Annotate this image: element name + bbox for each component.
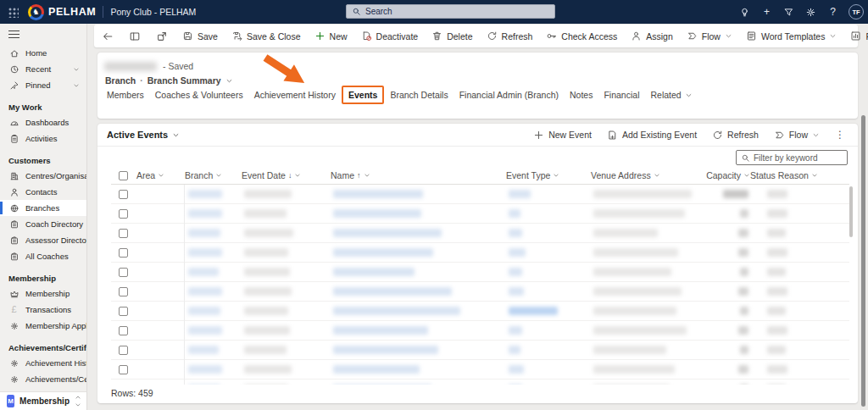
command-save[interactable]: Save xyxy=(175,25,225,47)
settings-icon[interactable] xyxy=(804,7,817,18)
table-row[interactable] xyxy=(111,341,849,360)
tab-financial-admin-branch[interactable]: Financial Admin (Branch) xyxy=(459,90,559,100)
table-row[interactable] xyxy=(111,321,849,341)
grid-scrollbar-thumb[interactable] xyxy=(849,186,853,237)
help-icon[interactable]: ? xyxy=(826,7,839,17)
open-in-new-window-button[interactable] xyxy=(148,25,175,47)
column-header-venue-address[interactable]: Venue Address xyxy=(591,170,709,180)
table-row[interactable] xyxy=(111,224,849,243)
top-navigation-bar: ♞ PELHAM Pony Club - PELHAM +?TF xyxy=(0,0,868,24)
tab-notes[interactable]: Notes xyxy=(570,90,593,100)
back-button[interactable] xyxy=(94,25,121,47)
view-selector[interactable]: Active Events xyxy=(107,130,180,140)
show-tab-navigation-button[interactable] xyxy=(121,25,148,47)
sidebar-item-centres-organisations[interactable]: Centres/Organisat... xyxy=(0,168,86,184)
select-all-checkbox[interactable] xyxy=(119,171,128,180)
menu-icon[interactable] xyxy=(8,30,19,38)
command-delete[interactable]: Delete xyxy=(425,25,479,47)
area-switcher-chevrons[interactable] xyxy=(75,394,81,408)
row-checkbox[interactable] xyxy=(119,287,128,296)
table-row[interactable] xyxy=(111,302,849,321)
grid-filter-input[interactable] xyxy=(754,153,843,163)
tab-members[interactable]: Members xyxy=(107,90,144,100)
column-header-capacity[interactable]: Capacity xyxy=(709,170,750,180)
sidebar-item-activities[interactable]: Activities xyxy=(0,130,86,147)
global-search-input[interactable] xyxy=(365,7,549,16)
row-checkbox[interactable] xyxy=(119,268,128,277)
sidebar-item-assessor-directory[interactable]: Assessor Directory xyxy=(0,232,86,248)
chevron-down-icon xyxy=(743,172,750,179)
sidebar-item-achievement-history[interactable]: Achievement Hist... xyxy=(0,355,86,371)
tab-events[interactable]: Events xyxy=(347,91,379,99)
pelham-logo[interactable]: ♞ xyxy=(28,4,44,20)
area-switcher[interactable]: M Membership xyxy=(0,391,87,410)
grid-command-refresh[interactable]: Refresh xyxy=(706,124,765,147)
sidebar-item-home[interactable]: Home xyxy=(0,45,86,61)
table-row[interactable] xyxy=(111,263,849,282)
tab-financial[interactable]: Financial xyxy=(604,90,639,100)
column-header-status-reason[interactable]: Status Reason xyxy=(750,170,850,180)
row-checkbox[interactable] xyxy=(119,365,128,374)
redacted-text xyxy=(767,307,786,315)
column-header-branch[interactable]: Branch xyxy=(185,170,242,180)
sidebar-item-dashboards[interactable]: Dashboards xyxy=(0,114,86,130)
grid-command-more-commands[interactable]: ⋮ xyxy=(829,124,851,147)
table-row[interactable] xyxy=(111,204,849,224)
row-checkbox[interactable] xyxy=(119,326,128,335)
cell-event-date xyxy=(242,185,331,203)
row-checkbox[interactable] xyxy=(119,209,128,219)
table-row[interactable] xyxy=(111,243,849,263)
sidebar-item-contacts[interactable]: Contacts xyxy=(0,184,86,200)
sidebar-item-recent[interactable]: Recent xyxy=(0,61,86,77)
table-row[interactable] xyxy=(111,185,849,204)
row-checkbox[interactable] xyxy=(119,190,128,199)
tab-related[interactable]: Related xyxy=(650,90,692,100)
grid-filter-box[interactable] xyxy=(736,150,848,165)
sidebar-item-achievements-certificates[interactable]: Achievements/Ce... xyxy=(0,371,86,387)
filter-icon[interactable] xyxy=(782,7,795,18)
form-selector[interactable]: Branch Summary xyxy=(147,75,221,86)
row-checkbox[interactable] xyxy=(119,248,128,258)
grid-command-new-event[interactable]: New Event xyxy=(527,124,598,147)
sidebar-item-coach-directory[interactable]: Coach Directory xyxy=(0,216,86,232)
row-checkbox[interactable] xyxy=(119,307,128,316)
command-run-report[interactable]: Run Report xyxy=(843,25,868,47)
table-row[interactable] xyxy=(111,360,849,380)
table-row[interactable] xyxy=(111,380,849,385)
command-refresh[interactable]: Refresh xyxy=(480,25,540,47)
command-assign[interactable]: Assign xyxy=(624,25,680,47)
command-word-templates[interactable]: Word Templates xyxy=(739,25,843,47)
tab-achievement-history[interactable]: Achievement History xyxy=(254,90,336,100)
column-header-name[interactable]: Name↑ xyxy=(331,170,506,180)
sidebar-item-all-coaches[interactable]: All Coaches xyxy=(0,248,86,264)
waffle-menu-icon[interactable] xyxy=(8,7,19,18)
tab-coaches-volunteers[interactable]: Coaches & Volunteers xyxy=(155,90,243,100)
grid-command-add-existing-event[interactable]: Add Existing Event xyxy=(601,124,703,147)
sidebar-item-membership-applications[interactable]: Membership Appl... xyxy=(0,318,86,334)
grid-command-flow[interactable]: Flow xyxy=(768,124,826,147)
sidebar-item-pinned[interactable]: Pinned xyxy=(0,77,86,93)
command-flow[interactable]: Flow xyxy=(680,25,739,47)
new-icon[interactable]: + xyxy=(760,7,773,17)
page-scrollbar-thumb[interactable] xyxy=(861,115,865,407)
command-save-close[interactable]: Save & Close xyxy=(225,25,308,47)
cell-venue-address xyxy=(591,243,709,262)
global-search-box[interactable] xyxy=(346,4,555,19)
tab-branch-details[interactable]: Branch Details xyxy=(390,90,448,100)
sidebar-item-branches[interactable]: Branches xyxy=(0,200,86,216)
command-deactivate[interactable]: Deactivate xyxy=(354,25,426,47)
lightbulb-icon[interactable] xyxy=(738,7,751,18)
row-checkbox[interactable] xyxy=(119,229,128,238)
table-row[interactable] xyxy=(111,282,849,302)
column-header-area[interactable]: Area xyxy=(136,170,185,180)
column-header-event-type[interactable]: Event Type xyxy=(506,170,591,180)
sidebar-item-membership[interactable]: Membership xyxy=(0,285,86,302)
column-header-event-date[interactable]: Event Date↓ xyxy=(242,170,331,180)
sidebar-item-transactions[interactable]: £Transactions xyxy=(0,302,86,318)
user-avatar[interactable]: TF xyxy=(849,4,864,19)
row-checkbox[interactable] xyxy=(119,385,128,385)
command-check-access[interactable]: Check Access xyxy=(539,25,624,47)
command-new[interactable]: New xyxy=(308,25,354,47)
tab-label: Achievement History xyxy=(254,90,336,100)
row-checkbox[interactable] xyxy=(119,346,128,355)
